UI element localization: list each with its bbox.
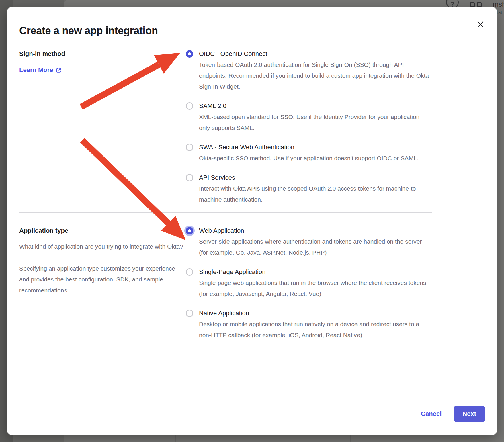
radio-unselected-spa[interactable] [186, 268, 193, 276]
option-label[interactable]: Single-Page Application [199, 267, 432, 277]
radio-unselected-saml[interactable] [186, 102, 193, 110]
application-type-heading: Application type [19, 225, 186, 236]
radio-unselected-native[interactable] [186, 310, 193, 317]
option-native-application[interactable]: Native Application Desktop or mobile app… [186, 308, 432, 341]
radio-selected-web-application[interactable] [186, 227, 193, 234]
section-divider [19, 212, 432, 213]
option-description: Server-side applications where authentic… [199, 236, 432, 258]
signin-method-heading: Sign-in method [19, 48, 186, 59]
application-type-description: What kind of application are you trying … [19, 241, 186, 252]
option-label[interactable]: SAML 2.0 [199, 101, 432, 112]
close-x-glyph [477, 21, 484, 28]
option-api-services[interactable]: API Services Interact with Okta APIs usi… [186, 172, 432, 205]
application-type-description: Specifying an application type customize… [19, 263, 186, 296]
option-web-application[interactable]: Web Application Server-side applications… [186, 225, 432, 258]
option-description: Okta-specific SSO method. Use if your ap… [199, 153, 419, 164]
option-label[interactable]: Web Application [199, 225, 432, 236]
modal-footer: Cancel Next [421, 406, 485, 422]
close-icon[interactable] [477, 21, 484, 28]
option-label[interactable]: Native Application [199, 308, 432, 319]
option-label[interactable]: OIDC - OpenID Connect [199, 48, 432, 59]
signin-method-section: Sign-in method Learn More OIDC - OpenID … [19, 48, 432, 205]
radio-unselected-api-services[interactable] [186, 174, 193, 181]
next-button[interactable]: Next [454, 406, 485, 422]
learn-more-label: Learn More [19, 64, 53, 75]
option-label[interactable]: API Services [199, 172, 432, 183]
option-single-page-application[interactable]: Single-Page Application Single-page web … [186, 267, 432, 299]
modal-title: Create a new app integration [19, 24, 432, 37]
cancel-button[interactable]: Cancel [421, 410, 442, 418]
radio-unselected-swa[interactable] [186, 144, 193, 151]
option-swa[interactable]: SWA - Secure Web Authentication Okta-spe… [186, 142, 432, 164]
option-label[interactable]: SWA - Secure Web Authentication [199, 142, 419, 153]
apps-grid-icon [470, 2, 475, 7]
application-type-section: Application type What kind of applicatio… [19, 225, 432, 341]
user-text-fragment: msh [493, 1, 504, 8]
option-description: Desktop or mobile applications that run … [199, 319, 432, 341]
option-description: XML-based open standard for SSO. Use if … [199, 112, 432, 133]
option-description: Single-page web applications that run in… [199, 277, 432, 299]
apps-grid-icon [477, 2, 482, 7]
radio-selected-oidc[interactable] [186, 50, 193, 58]
learn-more-link[interactable]: Learn More [19, 64, 62, 75]
option-description: Token-based OAuth 2.0 authentication for… [199, 59, 432, 92]
background-divider [497, 25, 504, 25]
option-oidc[interactable]: OIDC - OpenID Connect Token-based OAuth … [186, 48, 432, 92]
external-link-icon [56, 67, 62, 73]
option-description: Interact with Okta APIs using the scoped… [199, 183, 432, 205]
create-app-integration-modal: Create a new app integration Sign-in met… [7, 7, 497, 435]
option-saml[interactable]: SAML 2.0 XML-based open standard for SSO… [186, 101, 432, 133]
